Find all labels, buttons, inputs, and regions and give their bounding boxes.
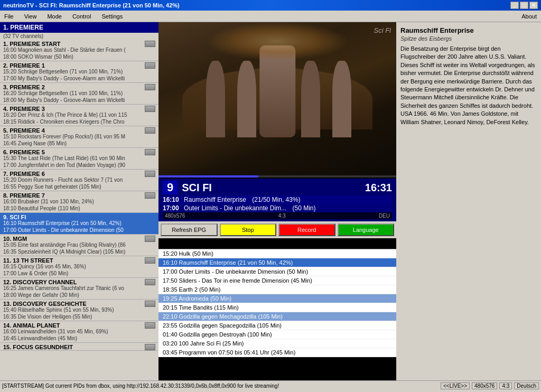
overlay-tech: 480x576 4:3 DEU xyxy=(163,212,392,219)
channel-item[interactable]: 12. DISCOVERY CHANNEL16:25 James Cameron… xyxy=(0,278,158,300)
channel-icon xyxy=(145,149,155,155)
epg-date: 14.04.2006 16:10-17:00 xyxy=(158,238,396,249)
channel-item[interactable]: 5. PREMIERE 415:10 Rockstars Forever (Po… xyxy=(0,126,158,148)
channel-icon xyxy=(145,279,155,285)
channel-item[interactable]: 15. FOCUS GESUNDHEIT xyxy=(0,343,158,351)
channel-prog1: 15:10 Rockstars Forever (Pop Rocks!) (81… xyxy=(0,134,158,141)
channel-item[interactable]: 14. ANIMAL PLANET16:00 Leinwandhelden (3… xyxy=(0,321,158,343)
channel-prog2: 16:35 Spezialeinheit IQ (A Midnight Clea… xyxy=(0,249,158,256)
channel-name-text: 12. DISCOVERY CHANNEL xyxy=(3,279,77,285)
titlebar-title: neutrinoTV - SCI FI: Raumschiff Enterpri… xyxy=(3,2,180,8)
channel-name-text: 4. PREMIERE 3 xyxy=(3,106,45,112)
channel-item[interactable]: 10. MGM15:05 Eine fast anständige Frau (… xyxy=(0,235,158,256)
channel-icon xyxy=(145,106,155,112)
info-subtitle: Spitze des Eisbergs xyxy=(400,35,537,42)
channel-name-text: 13. DISCOVERY GESCHICHTE xyxy=(3,301,87,307)
menu-mode[interactable]: Mode xyxy=(45,12,64,21)
menu-about[interactable]: About xyxy=(519,12,539,21)
channel-prog2: 17:00 Jungfernfahrt in den Tod (Maiden V… xyxy=(0,162,158,169)
overlay-prog1: 16:10 Raumschiff Enterprise (21/50 Min, … xyxy=(163,195,392,204)
channel-item[interactable]: 1. PREMIERE START16:00 Magnolien aus Sta… xyxy=(0,40,158,61)
epg-item[interactable]: 03:45 Programm von 07:50 bis 05:41 Uhr (… xyxy=(158,348,396,357)
channel-name: 14. ANIMAL PLANET xyxy=(0,321,158,329)
channel-list-header: 1. PREMIERE xyxy=(0,22,158,33)
channel-prog1: 15:05 Eine fast anständige Frau (Sibling… xyxy=(0,242,158,249)
channel-name: 9. SCI FI xyxy=(0,213,158,220)
video-scene xyxy=(158,22,396,175)
language-button[interactable]: Language xyxy=(338,223,395,236)
epg-list[interactable]: 15:20 Hulk (50 Min)16:10 Raumschiff Ente… xyxy=(158,249,396,357)
channel-item[interactable]: 9. SCI FI16:10 Raumschiff Enterprise (21… xyxy=(0,213,158,235)
epg-item[interactable]: 19:25 Andromeda (50 Min) xyxy=(158,294,396,303)
minimize-button[interactable]: _ xyxy=(510,2,519,9)
menu-file[interactable]: File xyxy=(2,12,16,21)
channel-item[interactable]: 2. PREMIERE 115:20 Schräge Bettgesellen … xyxy=(0,61,158,83)
channel-name-text: 9. SCI FI xyxy=(3,214,26,220)
channel-name-text: 5. PREMIERE 4 xyxy=(3,127,45,134)
menu-control[interactable]: Control xyxy=(70,12,93,21)
channel-name: 13. DISCOVERY GESCHICHTE xyxy=(0,300,158,307)
channel-prog1: 15:30 The Last Ride (The Last Ride) (61 … xyxy=(0,155,158,162)
channel-icon xyxy=(145,192,155,199)
menu-settings[interactable]: Settings xyxy=(99,12,125,21)
prog2-info: (50 Min) xyxy=(292,204,315,212)
tech-lang: DEU xyxy=(379,213,390,219)
channel-name: 8. PREMIERE 7 xyxy=(0,191,158,199)
statusbar: [STARTSTREAM] Got current PIDs from dbox… xyxy=(0,380,541,391)
channel-prog2: 17:00 Outer Limits - Die unbekannte Dime… xyxy=(0,227,158,234)
epg-item[interactable]: 23:55 Godzilla gegen Spacegodzilla (105 … xyxy=(158,321,396,330)
channel-name: 6. PREMIERE 5 xyxy=(0,148,158,155)
overlay-prog2: 17:00 Outer Limits - Die unbekannte Dim.… xyxy=(163,204,392,212)
channel-prog2: 18:15 Riddick - Chroniken eines Kriegers… xyxy=(0,119,158,126)
refresh-epg-button[interactable]: Refresh EPG xyxy=(161,223,218,236)
channel-name-text: 1. PREMIERE START xyxy=(3,41,61,47)
channel-name: 10. MGM xyxy=(0,235,158,242)
maximize-button[interactable]: □ xyxy=(520,2,528,9)
close-button[interactable]: ✕ xyxy=(529,2,538,9)
channel-name-text: 10. MGM xyxy=(3,236,27,242)
epg-item[interactable]: 18:35 Earth 2 (50 Min) xyxy=(158,285,396,294)
epg-item[interactable]: 17:50 Sliders - Das Tor in eine fremde D… xyxy=(158,276,396,285)
channel-name-text: 8. PREMIERE 7 xyxy=(3,192,45,199)
channel-item[interactable]: 3. PREMIERE 216:20 Schräge Bettgesellen … xyxy=(0,83,158,105)
channel-prog2: 18:00 SOKO Wismar (50 Min) xyxy=(0,54,158,61)
channel-name-text: 11. 13 TH STREET xyxy=(3,257,53,264)
left-panel: 1. PREMIERE (32 TV channels) 1. PREMIERE… xyxy=(0,22,158,380)
channel-item[interactable]: 11. 13 TH STREET16:15 Quincy (16 von 45 … xyxy=(0,256,158,278)
channel-icon xyxy=(145,322,155,329)
record-button[interactable]: Record xyxy=(278,223,335,236)
channel-prog1: 16:00 Leinwandhelden (31 von 45 Min, 69%… xyxy=(0,329,158,335)
channel-icon xyxy=(145,84,155,90)
menu-view[interactable]: View xyxy=(22,12,39,21)
channel-item[interactable]: 7. PREMIERE 615:20 Doom Runners - Flucht… xyxy=(0,170,158,191)
stop-button[interactable]: Stop xyxy=(220,223,277,236)
epg-item[interactable]: 15:20 Hulk (50 Min) xyxy=(158,249,396,258)
channel-overlay: 9 SCI FI 16:31 16:10 Raumschiff Enterpri… xyxy=(158,179,396,221)
prog1-title: Raumschiff Enterprise xyxy=(184,196,246,203)
channel-name: 11. 13 TH STREET xyxy=(0,256,158,264)
channel-list[interactable]: 1. PREMIERE START16:00 Magnolien aus Sta… xyxy=(0,40,158,380)
channel-prog1: 16:20 Schräge Bettgesellen (11 von 100 M… xyxy=(0,90,158,97)
channel-prog1: 16:00 Brubaker (31 von 130 Min, 24%) xyxy=(0,199,158,206)
control-buttons: Refresh EPG Stop Record Language xyxy=(158,221,396,238)
titlebar: neutrinoTV - SCI FI: Raumschiff Enterpri… xyxy=(0,0,541,11)
prog2-title: Outer Limits - Die unbekannte Dim... xyxy=(184,204,286,212)
channel-item[interactable]: 6. PREMIERE 515:30 The Last Ride (The La… xyxy=(0,148,158,170)
epg-item[interactable]: 22:10 Godzilla gegen Mechagodzilla (105 … xyxy=(158,312,396,321)
channel-item[interactable]: 4. PREMIERE 316:20 Der Prinz & Ich (The … xyxy=(0,105,158,126)
channel-name: 12. DISCOVERY CHANNEL xyxy=(0,278,158,285)
epg-item[interactable]: 20:15 Time Bandits (115 Min) xyxy=(158,303,396,312)
channel-item[interactable]: 13. DISCOVERY GESCHICHTE15:40 Rätselhaft… xyxy=(0,300,158,321)
content-row: Sci Fi 9 SCI FI 16:31 16:10 Raumschiff E xyxy=(158,22,541,380)
channel-item[interactable]: 8. PREMIERE 716:00 Brubaker (31 von 130 … xyxy=(0,191,158,213)
right-panel: Sci Fi 9 SCI FI 16:31 16:10 Raumschiff E xyxy=(158,22,541,380)
epg-item[interactable]: 17:00 Outer Limits - Die unbekannte Dime… xyxy=(158,267,396,276)
epg-item[interactable]: 01:40 Godzilla gegen Destroyah (100 Min) xyxy=(158,330,396,339)
status-aspect: 4:3 xyxy=(499,382,512,389)
channel-name-text: 14. ANIMAL PLANET xyxy=(3,322,60,329)
status-language: Deutsch xyxy=(514,382,539,389)
channel-prog1: 15:20 Doom Runners - Flucht aus Sektor 7… xyxy=(0,177,158,184)
epg-item[interactable]: 03:20 100 Jahre Sci Fi (25 Min) xyxy=(158,339,396,348)
epg-item[interactable]: 16:10 Raumschiff Enterprise (21 von 50 M… xyxy=(158,258,396,267)
progress-bar-container xyxy=(158,175,396,178)
